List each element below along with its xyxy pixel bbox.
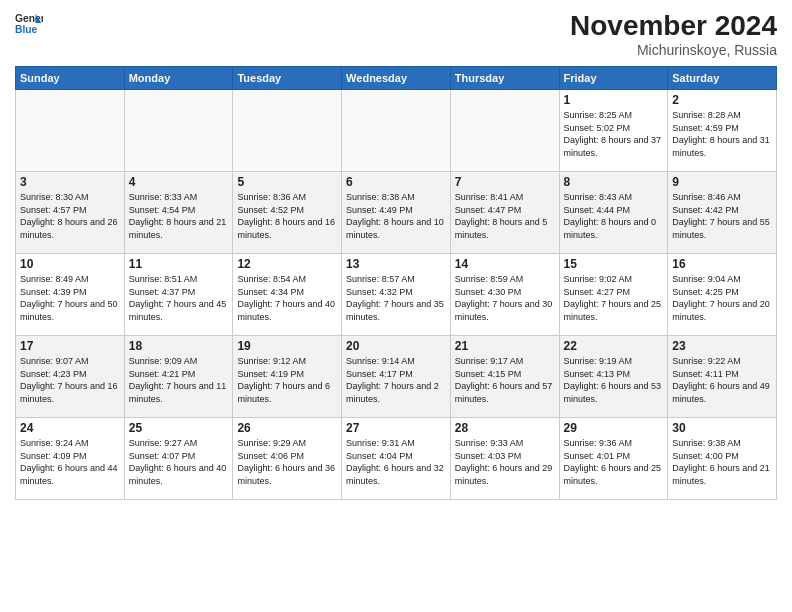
day-number: 6 — [346, 175, 446, 189]
calendar-week-4: 17Sunrise: 9:07 AM Sunset: 4:23 PM Dayli… — [16, 336, 777, 418]
header-sunday: Sunday — [16, 67, 125, 90]
day-number: 17 — [20, 339, 120, 353]
day-number: 2 — [672, 93, 772, 107]
calendar-cell: 5Sunrise: 8:36 AM Sunset: 4:52 PM Daylig… — [233, 172, 342, 254]
day-number: 13 — [346, 257, 446, 271]
calendar-cell: 6Sunrise: 8:38 AM Sunset: 4:49 PM Daylig… — [342, 172, 451, 254]
day-info: Sunrise: 8:41 AM Sunset: 4:47 PM Dayligh… — [455, 191, 555, 241]
day-info: Sunrise: 9:19 AM Sunset: 4:13 PM Dayligh… — [564, 355, 664, 405]
day-number: 18 — [129, 339, 229, 353]
calendar-cell: 1Sunrise: 8:25 AM Sunset: 5:02 PM Daylig… — [559, 90, 668, 172]
calendar-cell — [342, 90, 451, 172]
day-info: Sunrise: 9:22 AM Sunset: 4:11 PM Dayligh… — [672, 355, 772, 405]
day-number: 3 — [20, 175, 120, 189]
calendar-cell — [450, 90, 559, 172]
calendar-header-row: Sunday Monday Tuesday Wednesday Thursday… — [16, 67, 777, 90]
main-container: General Blue November 2024 Michurinskoye… — [0, 0, 792, 505]
calendar-cell: 9Sunrise: 8:46 AM Sunset: 4:42 PM Daylig… — [668, 172, 777, 254]
day-info: Sunrise: 8:28 AM Sunset: 4:59 PM Dayligh… — [672, 109, 772, 159]
header-saturday: Saturday — [668, 67, 777, 90]
day-number: 16 — [672, 257, 772, 271]
calendar-week-5: 24Sunrise: 9:24 AM Sunset: 4:09 PM Dayli… — [16, 418, 777, 500]
day-number: 29 — [564, 421, 664, 435]
calendar-cell: 21Sunrise: 9:17 AM Sunset: 4:15 PM Dayli… — [450, 336, 559, 418]
day-number: 5 — [237, 175, 337, 189]
day-info: Sunrise: 9:36 AM Sunset: 4:01 PM Dayligh… — [564, 437, 664, 487]
day-info: Sunrise: 8:51 AM Sunset: 4:37 PM Dayligh… — [129, 273, 229, 323]
day-info: Sunrise: 8:43 AM Sunset: 4:44 PM Dayligh… — [564, 191, 664, 241]
day-number: 30 — [672, 421, 772, 435]
calendar-cell: 28Sunrise: 9:33 AM Sunset: 4:03 PM Dayli… — [450, 418, 559, 500]
day-info: Sunrise: 8:57 AM Sunset: 4:32 PM Dayligh… — [346, 273, 446, 323]
day-number: 19 — [237, 339, 337, 353]
calendar-cell — [233, 90, 342, 172]
calendar-cell: 7Sunrise: 8:41 AM Sunset: 4:47 PM Daylig… — [450, 172, 559, 254]
day-info: Sunrise: 9:02 AM Sunset: 4:27 PM Dayligh… — [564, 273, 664, 323]
calendar-cell: 16Sunrise: 9:04 AM Sunset: 4:25 PM Dayli… — [668, 254, 777, 336]
calendar-week-1: 1Sunrise: 8:25 AM Sunset: 5:02 PM Daylig… — [16, 90, 777, 172]
day-info: Sunrise: 8:30 AM Sunset: 4:57 PM Dayligh… — [20, 191, 120, 241]
calendar-cell: 10Sunrise: 8:49 AM Sunset: 4:39 PM Dayli… — [16, 254, 125, 336]
header-thursday: Thursday — [450, 67, 559, 90]
calendar-cell — [124, 90, 233, 172]
day-info: Sunrise: 9:09 AM Sunset: 4:21 PM Dayligh… — [129, 355, 229, 405]
day-number: 9 — [672, 175, 772, 189]
day-number: 8 — [564, 175, 664, 189]
day-info: Sunrise: 9:14 AM Sunset: 4:17 PM Dayligh… — [346, 355, 446, 405]
title-block: November 2024 Michurinskoye, Russia — [570, 10, 777, 58]
day-info: Sunrise: 9:29 AM Sunset: 4:06 PM Dayligh… — [237, 437, 337, 487]
logo-icon: General Blue — [15, 10, 43, 38]
day-info: Sunrise: 8:38 AM Sunset: 4:49 PM Dayligh… — [346, 191, 446, 241]
calendar-cell: 15Sunrise: 9:02 AM Sunset: 4:27 PM Dayli… — [559, 254, 668, 336]
day-info: Sunrise: 8:36 AM Sunset: 4:52 PM Dayligh… — [237, 191, 337, 241]
header: General Blue November 2024 Michurinskoye… — [15, 10, 777, 58]
calendar-cell: 12Sunrise: 8:54 AM Sunset: 4:34 PM Dayli… — [233, 254, 342, 336]
day-info: Sunrise: 8:54 AM Sunset: 4:34 PM Dayligh… — [237, 273, 337, 323]
day-number: 26 — [237, 421, 337, 435]
calendar-cell: 13Sunrise: 8:57 AM Sunset: 4:32 PM Dayli… — [342, 254, 451, 336]
day-number: 1 — [564, 93, 664, 107]
calendar-cell: 24Sunrise: 9:24 AM Sunset: 4:09 PM Dayli… — [16, 418, 125, 500]
header-tuesday: Tuesday — [233, 67, 342, 90]
day-number: 12 — [237, 257, 337, 271]
day-info: Sunrise: 9:04 AM Sunset: 4:25 PM Dayligh… — [672, 273, 772, 323]
day-info: Sunrise: 9:24 AM Sunset: 4:09 PM Dayligh… — [20, 437, 120, 487]
calendar-cell: 18Sunrise: 9:09 AM Sunset: 4:21 PM Dayli… — [124, 336, 233, 418]
calendar-cell: 29Sunrise: 9:36 AM Sunset: 4:01 PM Dayli… — [559, 418, 668, 500]
calendar-cell: 3Sunrise: 8:30 AM Sunset: 4:57 PM Daylig… — [16, 172, 125, 254]
month-title: November 2024 — [570, 10, 777, 42]
calendar-cell: 14Sunrise: 8:59 AM Sunset: 4:30 PM Dayli… — [450, 254, 559, 336]
day-number: 28 — [455, 421, 555, 435]
day-info: Sunrise: 9:17 AM Sunset: 4:15 PM Dayligh… — [455, 355, 555, 405]
calendar-cell: 25Sunrise: 9:27 AM Sunset: 4:07 PM Dayli… — [124, 418, 233, 500]
calendar-week-2: 3Sunrise: 8:30 AM Sunset: 4:57 PM Daylig… — [16, 172, 777, 254]
day-number: 10 — [20, 257, 120, 271]
calendar-cell: 8Sunrise: 8:43 AM Sunset: 4:44 PM Daylig… — [559, 172, 668, 254]
calendar-week-3: 10Sunrise: 8:49 AM Sunset: 4:39 PM Dayli… — [16, 254, 777, 336]
calendar-cell: 19Sunrise: 9:12 AM Sunset: 4:19 PM Dayli… — [233, 336, 342, 418]
day-info: Sunrise: 9:07 AM Sunset: 4:23 PM Dayligh… — [20, 355, 120, 405]
header-monday: Monday — [124, 67, 233, 90]
calendar-cell: 27Sunrise: 9:31 AM Sunset: 4:04 PM Dayli… — [342, 418, 451, 500]
calendar: Sunday Monday Tuesday Wednesday Thursday… — [15, 66, 777, 500]
day-number: 11 — [129, 257, 229, 271]
day-number: 22 — [564, 339, 664, 353]
day-info: Sunrise: 9:33 AM Sunset: 4:03 PM Dayligh… — [455, 437, 555, 487]
calendar-cell: 17Sunrise: 9:07 AM Sunset: 4:23 PM Dayli… — [16, 336, 125, 418]
calendar-cell — [16, 90, 125, 172]
location: Michurinskoye, Russia — [570, 42, 777, 58]
day-info: Sunrise: 9:38 AM Sunset: 4:00 PM Dayligh… — [672, 437, 772, 487]
day-info: Sunrise: 8:46 AM Sunset: 4:42 PM Dayligh… — [672, 191, 772, 241]
calendar-cell: 23Sunrise: 9:22 AM Sunset: 4:11 PM Dayli… — [668, 336, 777, 418]
calendar-cell: 11Sunrise: 8:51 AM Sunset: 4:37 PM Dayli… — [124, 254, 233, 336]
header-wednesday: Wednesday — [342, 67, 451, 90]
day-number: 23 — [672, 339, 772, 353]
day-info: Sunrise: 8:33 AM Sunset: 4:54 PM Dayligh… — [129, 191, 229, 241]
day-number: 14 — [455, 257, 555, 271]
calendar-cell: 4Sunrise: 8:33 AM Sunset: 4:54 PM Daylig… — [124, 172, 233, 254]
calendar-cell: 30Sunrise: 9:38 AM Sunset: 4:00 PM Dayli… — [668, 418, 777, 500]
svg-text:Blue: Blue — [15, 24, 38, 35]
day-number: 15 — [564, 257, 664, 271]
day-number: 7 — [455, 175, 555, 189]
day-number: 25 — [129, 421, 229, 435]
